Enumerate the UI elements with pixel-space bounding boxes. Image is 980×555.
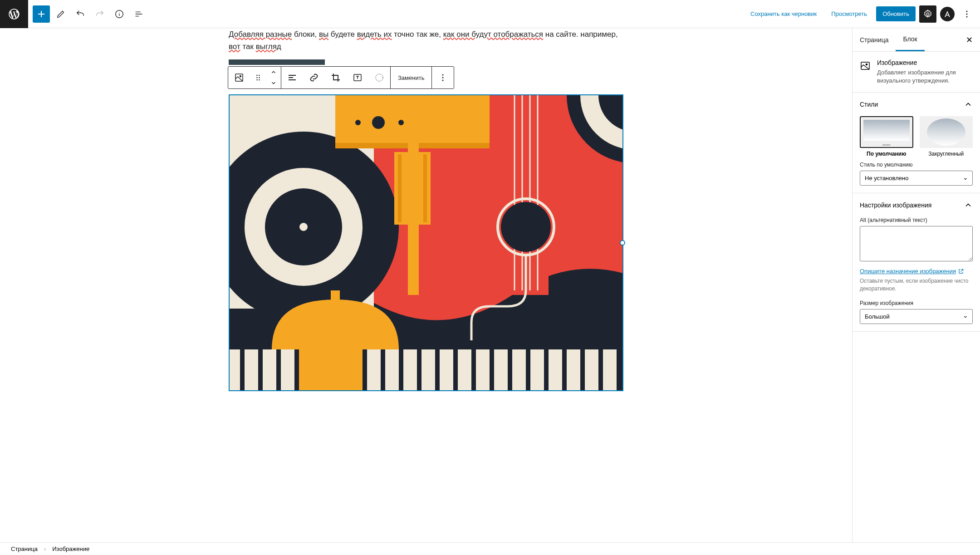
svg-point-14 [376,74,383,81]
top-toolbar: Сохранить как черновик Просмотреть Обнов… [0,0,980,28]
svg-rect-33 [398,154,402,222]
default-style-select[interactable]: Не установлено [860,171,973,186]
duotone-button[interactable] [368,67,390,88]
redo-button[interactable] [91,5,108,23]
svg-point-12 [259,79,260,81]
add-block-button[interactable] [33,5,50,23]
alt-describe-link[interactable]: Опишите назначение изображения [860,268,964,275]
text-overlay-button[interactable] [347,67,368,88]
svg-rect-50 [403,349,417,390]
outline-button[interactable] [130,5,147,23]
image-settings-panel: Настройки изображения Alt (альтернативны… [853,193,980,332]
resize-handle[interactable] [620,240,625,246]
svg-point-24 [299,223,308,231]
more-options-button[interactable] [958,5,975,23]
svg-point-2 [966,10,968,12]
image-size-label: Размер изображения [860,300,973,306]
preview-button[interactable]: Просмотреть [826,7,872,21]
svg-point-3 [966,13,968,15]
svg-rect-48 [367,349,381,390]
svg-point-40 [501,202,551,252]
svg-point-4 [966,16,968,17]
image-size-select[interactable]: Большой [860,309,973,324]
style-rounded-option[interactable]: Закругленный [920,116,973,157]
svg-rect-45 [263,349,276,390]
image-block-icon [860,60,871,71]
tab-page[interactable]: Страница [853,28,896,51]
move-up-button[interactable] [266,67,281,78]
svg-rect-60 [585,349,598,390]
svg-point-7 [256,75,258,76]
svg-rect-55 [494,349,508,390]
block-more-button[interactable] [432,67,454,88]
svg-rect-59 [567,349,580,390]
save-draft-button[interactable]: Сохранить как черновик [745,7,822,21]
svg-rect-53 [458,349,471,390]
svg-point-29 [398,120,404,125]
svg-point-9 [256,77,258,79]
svg-point-28 [372,116,385,129]
svg-point-27 [355,120,361,125]
alt-text-label: Alt (альтернативный текст) [860,217,973,223]
crop-button[interactable] [325,67,347,88]
block-info-card: Изображение Добавляет изображение для ви… [853,52,980,93]
alt-help-text: Оставьте пустым, если изображение чисто … [860,277,973,293]
edit-tool-button[interactable] [52,5,69,23]
default-style-label: Стиль по умолчанию [860,162,973,168]
link-button[interactable] [303,67,325,88]
breadcrumb-root[interactable]: Страница [11,545,38,552]
alt-text-input[interactable] [860,226,973,261]
svg-point-15 [442,74,444,76]
block-title: Изображение [877,59,973,66]
svg-rect-47 [299,349,363,390]
block-description: Добавляет изображение для визуального ут… [877,69,973,85]
svg-rect-54 [476,349,490,390]
align-button[interactable] [281,67,303,88]
svg-point-11 [256,79,258,81]
block-selection-indicator [229,59,325,65]
svg-rect-43 [230,349,240,390]
wordpress-logo[interactable] [0,0,28,28]
update-button[interactable]: Обновить [876,6,916,21]
close-sidebar-button[interactable]: ✕ [962,33,976,47]
editor-canvas[interactable]: Добавляя разные блоки, вы будете видеть … [0,28,852,542]
svg-point-8 [259,75,260,76]
image-block[interactable] [229,94,623,391]
block-type-button[interactable] [228,67,250,88]
block-toolbar: Заменить [228,66,454,89]
svg-point-16 [442,77,444,79]
svg-rect-44 [245,349,258,390]
styles-panel-toggle[interactable]: Стили [853,93,980,116]
style-default-option[interactable]: preview По умолчанию [860,116,913,157]
svg-rect-57 [530,349,544,390]
replace-button[interactable]: Заменить [391,67,431,88]
styles-panel: Стили preview По умолчанию Закругленный [853,93,980,193]
image-settings-toggle[interactable]: Настройки изображения [853,193,980,217]
move-down-button[interactable] [266,78,281,88]
svg-point-10 [259,77,260,79]
info-button[interactable] [111,5,128,23]
sidebar-tabs: Страница Блок ✕ [853,28,980,52]
svg-rect-49 [385,349,399,390]
svg-point-64 [866,64,867,65]
drag-handle[interactable] [250,67,266,88]
svg-rect-56 [512,349,526,390]
breadcrumb-separator: › [44,545,46,552]
svg-rect-61 [603,349,617,390]
svg-point-1 [926,13,929,15]
breadcrumb-current[interactable]: Изображение [52,545,89,552]
user-avatar[interactable] [940,7,955,21]
undo-button[interactable] [72,5,89,23]
tab-block[interactable]: Блок [896,28,924,51]
image-artwork [230,95,622,390]
svg-point-6 [240,76,241,77]
svg-rect-34 [423,154,427,222]
settings-button[interactable] [919,5,936,23]
svg-rect-58 [549,349,562,390]
svg-rect-62 [331,290,340,302]
chevron-up-icon [964,201,973,210]
external-link-icon [958,268,964,275]
paragraph-block[interactable]: Добавляя разные блоки, вы будете видеть … [229,28,623,53]
svg-rect-51 [421,349,435,390]
chevron-up-icon [964,100,973,109]
